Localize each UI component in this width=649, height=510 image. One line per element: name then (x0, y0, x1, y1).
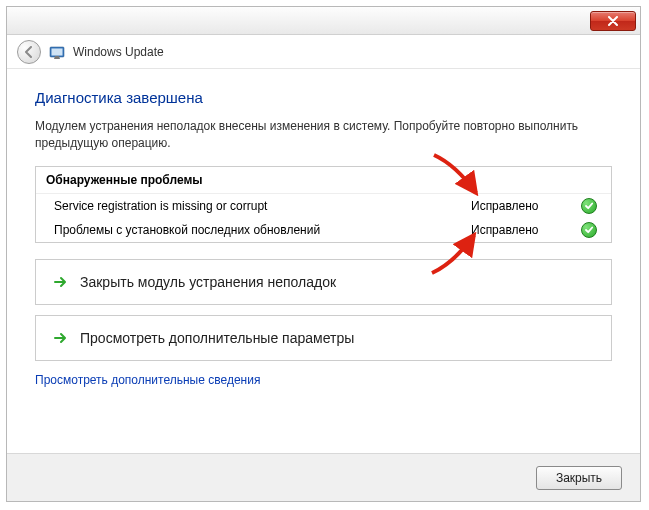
windows-update-icon (49, 44, 65, 60)
problem-name: Проблемы с установкой последних обновлен… (54, 223, 471, 237)
problem-name: Service registration is missing or corru… (54, 199, 471, 213)
page-description: Модулем устранения неполадок внесены изм… (35, 118, 612, 152)
titlebar (7, 7, 640, 35)
problems-box: Обнаруженные проблемы Service registrati… (35, 166, 612, 243)
arrow-right-icon (50, 328, 70, 348)
problem-row: Service registration is missing or corru… (36, 194, 611, 218)
arrow-right-icon (50, 272, 70, 292)
problems-header: Обнаруженные проблемы (36, 167, 611, 194)
actions: Закрыть модуль устранения неполадок Прос… (35, 259, 612, 361)
check-icon (581, 222, 597, 238)
arrow-left-icon (23, 46, 35, 58)
problem-status: Исправлено (471, 223, 581, 237)
close-troubleshooter-button[interactable]: Закрыть модуль устранения неполадок (35, 259, 612, 305)
back-button[interactable] (17, 40, 41, 64)
close-button[interactable]: Закрыть (536, 466, 622, 490)
page-heading: Диагностика завершена (35, 89, 612, 106)
view-details-link[interactable]: Просмотреть дополнительные сведения (35, 373, 260, 387)
svg-rect-1 (52, 48, 63, 55)
close-icon (608, 16, 618, 26)
troubleshooter-window: Windows Update Диагностика завершена Мод… (6, 6, 641, 502)
problem-row: Проблемы с установкой последних обновлен… (36, 218, 611, 242)
action-label: Просмотреть дополнительные параметры (80, 330, 354, 346)
window-close-button[interactable] (590, 11, 636, 31)
problem-status: Исправлено (471, 199, 581, 213)
action-label: Закрыть модуль устранения неполадок (80, 274, 336, 290)
window-title: Windows Update (73, 45, 164, 59)
content-area: Диагностика завершена Модулем устранения… (7, 69, 640, 401)
check-icon (581, 198, 597, 214)
topbar: Windows Update (7, 35, 640, 69)
footer: Закрыть (7, 453, 640, 501)
view-advanced-button[interactable]: Просмотреть дополнительные параметры (35, 315, 612, 361)
